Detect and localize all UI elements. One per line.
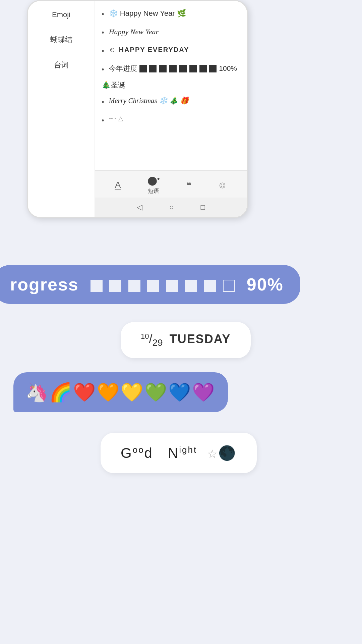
section-christmas: 🎄圣诞 — [102, 78, 240, 92]
day-text: 29 — [153, 337, 163, 348]
sidebar-item-bowtie[interactable]: 蝴蝶结 — [45, 32, 78, 47]
sup-o1: o — [133, 445, 138, 455]
block — [189, 65, 197, 72]
bullet-icon: • — [102, 45, 104, 56]
list-item: • Merry Christmas ❄️ 🎄 🎁 — [102, 92, 240, 111]
emoji-icon: ☺ — [218, 180, 227, 191]
recents-button[interactable]: □ — [201, 203, 205, 212]
goodnight-text: Good Night ☆🌑 — [121, 445, 237, 461]
progress-block — [166, 280, 178, 292]
phrases-label: 短语 — [148, 187, 159, 195]
block — [209, 65, 217, 72]
month-text: 10 — [141, 332, 149, 340]
sup-i: i — [179, 445, 182, 455]
progress-bubble: rogress 90% — [0, 265, 300, 304]
sup-t: t — [194, 445, 197, 455]
block — [199, 65, 207, 72]
date-bubble: 10/29 TUESDAY — [121, 322, 251, 358]
list-item: • ☺ HAPPY EVERYDAY — [102, 41, 240, 60]
happy-new-year-italic-text: Happy New Year — [109, 26, 159, 37]
progress-percentage: 90% — [247, 275, 284, 294]
progress-block-empty — [223, 280, 235, 292]
sup-g: g — [182, 445, 188, 455]
merry-christmas-text: Merry Christmas ❄️ 🎄 🎁 — [109, 96, 189, 106]
star-icon: ☆ — [207, 447, 218, 460]
list-item: • ❄️ Happy New Year 🌿 — [102, 4, 240, 23]
bullet-icon: • — [102, 96, 104, 107]
nav-bar: ◁ ○ □ — [95, 198, 247, 217]
progress-block — [109, 280, 121, 292]
sidebar-item-emoji[interactable]: Emoji — [47, 8, 76, 22]
progress-label: rogress — [10, 275, 84, 294]
block — [159, 65, 167, 72]
emoji-row: 🦄🌈❤️🧡💛💚💙💜 — [25, 382, 216, 402]
progress-text-100: 今年进度 100% — [109, 63, 237, 74]
list-item: • Happy New Year — [102, 23, 240, 41]
phrases-icon: ⬤● — [147, 175, 160, 186]
block — [169, 65, 177, 72]
bullet-icon: • — [102, 115, 104, 126]
sidebar: Emoji 蝴蝶结 台词 — [28, 1, 95, 217]
tab-font[interactable]: A — [115, 180, 121, 191]
progress-block — [204, 280, 216, 292]
bullet-icon: • — [102, 27, 104, 38]
list-area: • ❄️ Happy New Year 🌿 • Happy New Year •… — [95, 1, 247, 170]
block — [179, 65, 187, 72]
bullet-icon: • — [102, 64, 104, 75]
progress-block — [147, 280, 159, 292]
progress-block — [90, 280, 103, 292]
date-text: 10/29 TUESDAY — [141, 332, 231, 346]
sidebar-item-scripts[interactable]: 台词 — [49, 57, 74, 73]
quote-icon: ❝ — [186, 180, 191, 191]
tab-quote[interactable]: ❝ — [186, 180, 191, 191]
progress-block — [185, 280, 197, 292]
block — [139, 65, 147, 72]
goodnight-bubble: Good Night ☆🌑 — [101, 433, 257, 473]
phone-mockup: Emoji 蝴蝶结 台词 • ❄️ Happy New Year 🌿 • H — [27, 0, 248, 218]
list-item: • -- - △ — [102, 111, 240, 129]
content-area: • ❄️ Happy New Year 🌿 • Happy New Year •… — [95, 1, 247, 217]
weekday-text: TUESDAY — [170, 332, 231, 346]
font-icon: A — [115, 180, 121, 191]
list-item: • 今年进度 100% — [102, 60, 240, 78]
sup-h: h — [188, 445, 194, 455]
tab-emoji[interactable]: ☺ — [218, 180, 227, 191]
happy-new-year-emoji-text: ❄️ Happy New Year 🌿 — [109, 8, 186, 19]
progress-block — [128, 280, 140, 292]
back-button[interactable]: ◁ — [137, 203, 142, 212]
bottom-tab-bar: A ⬤● 短语 ❝ ☺ — [95, 170, 247, 198]
bullet-icon: • — [102, 8, 104, 19]
home-button[interactable]: ○ — [169, 203, 174, 212]
emoji-bubble: 🦄🌈❤️🧡💛💚💙💜 — [13, 372, 228, 412]
tab-phrases[interactable]: ⬤● 短语 — [147, 175, 160, 195]
sup-o2: o — [138, 445, 144, 455]
happy-everyday-text: ☺ HAPPY EVERYDAY — [109, 45, 189, 55]
partial-text: -- - △ — [109, 114, 123, 123]
block — [149, 65, 157, 72]
